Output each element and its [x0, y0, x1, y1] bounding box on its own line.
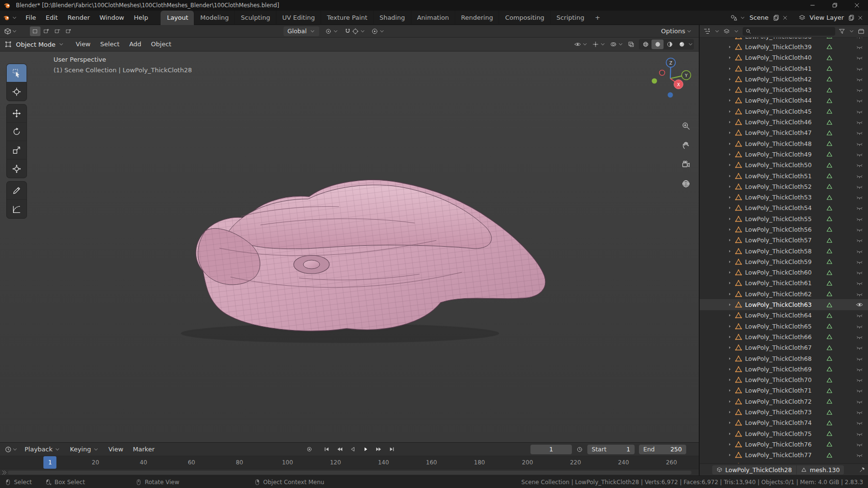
- tool-move-button[interactable]: [7, 105, 27, 123]
- expand-timeline-icon[interactable]: [1, 469, 8, 476]
- outliner-row[interactable]: LowPoly_ThickCloth76: [700, 439, 868, 449]
- outliner-row[interactable]: LowPoly_ThickCloth71: [700, 385, 868, 396]
- timeline-menu-playback[interactable]: Playback: [20, 442, 65, 457]
- eye-closed-icon[interactable]: [856, 451, 863, 459]
- outliner-row[interactable]: LowPoly_ThickCloth44: [700, 95, 868, 106]
- outliner-row[interactable]: LowPoly_ThickCloth59: [700, 256, 868, 267]
- prev-keyframe-button[interactable]: [334, 444, 345, 455]
- cloth-mesh-object[interactable]: [0, 52, 699, 442]
- eye-closed-icon[interactable]: [856, 204, 863, 211]
- editor-type-icon[interactable]: [4, 27, 12, 35]
- workspace-tab-shading[interactable]: Shading: [373, 11, 411, 25]
- outliner-row[interactable]: LowPoly_ThickCloth46: [700, 117, 868, 127]
- outliner-row[interactable]: LowPoly_ThickCloth77: [700, 450, 868, 461]
- outliner-row[interactable]: LowPoly_ThickCloth43: [700, 84, 868, 95]
- select-mode-invert[interactable]: [63, 26, 74, 36]
- menu-edit[interactable]: Edit: [41, 11, 63, 25]
- tool-cursor-button[interactable]: [7, 82, 27, 101]
- minimize-button[interactable]: [801, 0, 824, 11]
- new-collection-icon[interactable]: [858, 28, 865, 35]
- eye-closed-icon[interactable]: [856, 108, 863, 115]
- outliner-row[interactable]: LowPoly_ThickCloth55: [700, 213, 868, 224]
- eye-closed-icon[interactable]: [856, 387, 863, 394]
- workspace-tab-compositing[interactable]: Compositing: [499, 11, 550, 25]
- outliner-editor-icon[interactable]: [703, 27, 711, 35]
- transform-orientation-dropdown[interactable]: Global: [284, 26, 319, 36]
- new-scene-icon[interactable]: [773, 14, 780, 21]
- play-reverse-button[interactable]: [347, 444, 358, 455]
- eye-closed-icon[interactable]: [856, 65, 863, 72]
- eye-closed-icon[interactable]: [856, 237, 863, 244]
- outliner-search-input[interactable]: [743, 27, 835, 36]
- auto-keying-toggle[interactable]: [304, 444, 315, 455]
- outliner-row[interactable]: LowPoly_ThickCloth67: [700, 343, 868, 353]
- playhead[interactable]: 1: [43, 456, 56, 469]
- outliner-row[interactable]: LowPoly_ThickCloth49: [700, 149, 868, 159]
- workspace-tab-animation[interactable]: Animation: [411, 11, 455, 25]
- eye-closed-icon[interactable]: [856, 312, 863, 319]
- eye-closed-icon[interactable]: [856, 86, 863, 93]
- eye-closed-icon[interactable]: [856, 194, 863, 201]
- outliner-row[interactable]: LowPoly_ThickCloth61: [700, 278, 868, 289]
- select-mode-subtract[interactable]: [52, 26, 63, 36]
- workspace-tab-layout[interactable]: Layout: [161, 11, 194, 25]
- outliner-row[interactable]: LowPoly_ThickCloth58: [700, 246, 868, 256]
- shading-material-button[interactable]: [664, 40, 676, 49]
- gizmos-toggle[interactable]: [592, 41, 606, 48]
- outliner-row[interactable]: LowPoly_ThickCloth65: [700, 321, 868, 331]
- eye-open-icon[interactable]: [856, 301, 863, 308]
- timeline-scrollbar[interactable]: [8, 471, 692, 475]
- eye-closed-icon[interactable]: [856, 140, 863, 147]
- eye-closed-icon[interactable]: [856, 183, 863, 190]
- select-mode-set[interactable]: [30, 26, 41, 36]
- workspace-tab-rendering[interactable]: Rendering: [455, 11, 499, 25]
- navigation-gizmo[interactable]: Z Y X: [646, 54, 694, 103]
- eye-closed-icon[interactable]: [856, 119, 863, 126]
- tool-measure-button[interactable]: [7, 200, 27, 218]
- scene-name[interactable]: Scene: [749, 14, 769, 21]
- outliner-row[interactable]: LowPoly_ThickCloth63: [700, 299, 868, 310]
- menu-window[interactable]: Window: [95, 11, 129, 25]
- shading-solid-button[interactable]: [651, 40, 664, 49]
- pivot-point-dropdown[interactable]: [325, 28, 339, 35]
- play-button[interactable]: [360, 444, 371, 455]
- add-workspace-button[interactable]: +: [590, 11, 605, 25]
- outliner-row[interactable]: LowPoly_ThickCloth41: [700, 63, 868, 74]
- outliner-row[interactable]: LowPoly_ThickCloth69: [700, 364, 868, 374]
- hand-view-button[interactable]: [679, 139, 692, 151]
- eye-closed-icon[interactable]: [856, 430, 863, 437]
- outliner-row[interactable]: LowPoly_ThickCloth72: [700, 396, 868, 407]
- eye-closed-icon[interactable]: [856, 290, 863, 298]
- select-mode-extend[interactable]: [41, 26, 52, 36]
- eye-closed-icon[interactable]: [856, 398, 863, 405]
- timeline-ruler[interactable]: 1 20406080100120140160180200220240260: [0, 456, 699, 469]
- eye-closed-icon[interactable]: [856, 279, 863, 287]
- tool-scale-button[interactable]: [7, 141, 27, 159]
- frame-start-field[interactable]: Start 1: [587, 445, 635, 454]
- outliner-row[interactable]: LowPoly_ThickCloth68: [700, 353, 868, 364]
- eye-closed-icon[interactable]: [856, 151, 863, 158]
- xray-toggle[interactable]: [628, 41, 635, 48]
- outliner-row[interactable]: LowPoly_ThickCloth40: [700, 53, 868, 63]
- axis-y-neg-handle[interactable]: [652, 79, 657, 84]
- workspace-tab-uv-editing[interactable]: UV Editing: [276, 11, 321, 25]
- tool-rotate-button[interactable]: [7, 123, 27, 141]
- outliner-row[interactable]: LowPoly_ThickCloth42: [700, 74, 868, 84]
- new-view-layer-icon[interactable]: [848, 14, 855, 21]
- eye-closed-icon[interactable]: [856, 43, 863, 51]
- options-dropdown[interactable]: Options: [661, 27, 692, 35]
- eye-closed-icon[interactable]: [856, 97, 863, 104]
- eye-closed-icon[interactable]: [856, 409, 863, 416]
- active-data-field[interactable]: mesh.130: [797, 465, 844, 475]
- eye-closed-icon[interactable]: [856, 226, 863, 233]
- outliner-row[interactable]: LowPoly_ThickCloth45: [700, 106, 868, 117]
- jump-end-button[interactable]: [386, 444, 397, 455]
- viewport-menu-object[interactable]: Object: [146, 37, 176, 52]
- proportional-edit-toggle[interactable]: [371, 28, 385, 35]
- outliner-row[interactable]: LowPoly_ThickCloth75: [700, 428, 868, 439]
- eye-closed-icon[interactable]: [856, 76, 863, 83]
- outliner-row[interactable]: LowPoly_ThickCloth54: [700, 203, 868, 213]
- workspace-tab-texture-paint[interactable]: Texture Paint: [321, 11, 373, 25]
- axis-z-neg-handle[interactable]: [668, 92, 673, 98]
- use-preview-range-icon[interactable]: [576, 446, 583, 453]
